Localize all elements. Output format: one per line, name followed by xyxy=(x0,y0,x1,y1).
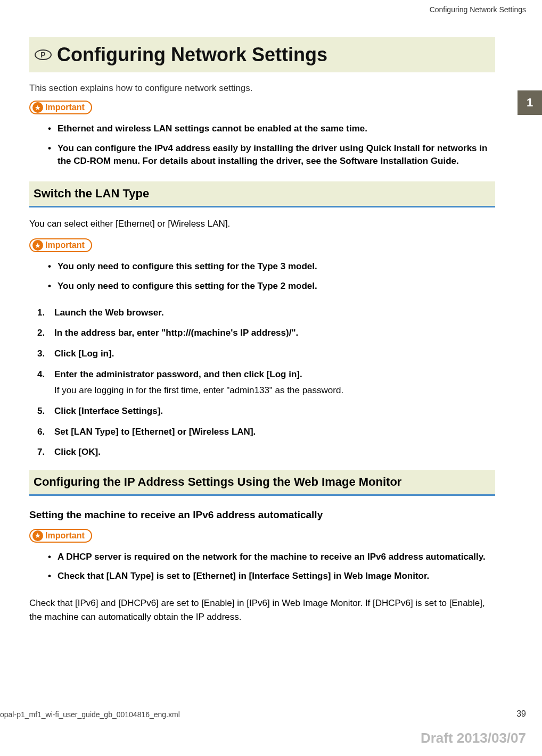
step-item: Click [Interface Settings]. xyxy=(37,405,495,418)
list-item: You only need to configure this setting … xyxy=(48,280,495,293)
step-text: Launch the Web browser. xyxy=(54,308,164,318)
steps-lan: Launch the Web browser. In the address b… xyxy=(37,306,495,459)
list-item: You can configure the IPv4 address easil… xyxy=(48,142,495,168)
step-subtext: If you are logging in for the first time… xyxy=(54,384,495,397)
intro-text: This section explains how to configure n… xyxy=(29,83,495,94)
step-text: Click [Log in]. xyxy=(54,348,114,359)
important-list-lan: You only need to configure this setting … xyxy=(48,260,495,293)
section-ip-body: Check that [IPv6] and [DHCPv6] are set t… xyxy=(29,596,495,624)
draft-watermark: Draft 2013/03/07 xyxy=(421,730,526,746)
step-text: Click [Interface Settings]. xyxy=(54,406,163,416)
step-item: Set [LAN Type] to [Ethernet] or [Wireles… xyxy=(37,426,495,439)
important-label-text: Important xyxy=(45,240,85,250)
important-callout: ★ Important xyxy=(29,101,92,114)
important-list-ip: A DHCP server is required on the network… xyxy=(48,551,495,583)
section-heading-ip: Configuring the IP Address Settings Usin… xyxy=(29,470,495,496)
section-heading-lan: Switch the LAN Type xyxy=(29,181,495,207)
step-item: Launch the Web browser. xyxy=(37,306,495,320)
p-icon: P xyxy=(35,49,52,60)
step-item: Click [Log in]. xyxy=(37,347,495,361)
list-item: A DHCP server is required on the network… xyxy=(48,551,495,564)
star-icon: ★ xyxy=(32,530,43,541)
star-icon: ★ xyxy=(32,240,43,251)
step-item: Enter the administrator password, and th… xyxy=(37,368,495,397)
page-title: Configuring Network Settings xyxy=(57,44,327,66)
important-label-text: Important xyxy=(45,103,85,112)
star-icon: ★ xyxy=(32,102,43,113)
step-item: In the address bar, enter "http://(machi… xyxy=(37,327,495,340)
list-item: Ethernet and wireless LAN settings canno… xyxy=(48,122,495,136)
chapter-tab: 1 xyxy=(518,90,542,115)
section-lan-intro: You can select either [Ethernet] or [Wir… xyxy=(29,217,495,231)
step-text: Click [OK]. xyxy=(54,447,101,457)
step-text: Enter the administrator password, and th… xyxy=(54,369,302,379)
important-label-text: Important xyxy=(45,531,85,541)
list-item: Check that [LAN Type] is set to [Etherne… xyxy=(48,570,495,583)
list-item: You only need to configure this setting … xyxy=(48,260,495,273)
footer-page-number: 39 xyxy=(516,709,526,719)
step-item: Click [OK]. xyxy=(37,446,495,459)
section-subheading-ipv6: Setting the machine to receive an IPv6 a… xyxy=(29,509,495,521)
page-title-block: P Configuring Network Settings xyxy=(29,37,495,72)
important-callout: ★ Important xyxy=(29,238,92,252)
step-text: Set [LAN Type] to [Ethernet] or [Wireles… xyxy=(54,427,256,437)
important-callout: ★ Important xyxy=(29,529,92,543)
page-content: P Configuring Network Settings This sect… xyxy=(0,0,511,624)
running-header: Configuring Network Settings xyxy=(430,5,526,14)
step-text: In the address bar, enter "http://(machi… xyxy=(54,328,298,338)
footer-filename: opal-p1_mf1_wi-fi_user_guide_gb_00104816… xyxy=(0,710,180,719)
important-list-1: Ethernet and wireless LAN settings canno… xyxy=(48,122,495,168)
